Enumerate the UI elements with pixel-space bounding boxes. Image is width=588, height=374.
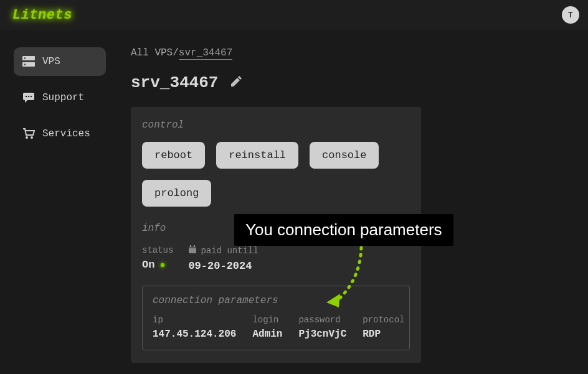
login-value: Admin <box>252 329 282 340</box>
sidebar-item-label: Services <box>42 128 90 139</box>
status-label: status <box>142 245 173 255</box>
brand-logo[interactable]: Litnets <box>12 7 72 23</box>
password-value: Pj3cnVjC <box>298 329 346 340</box>
svg-marker-5 <box>25 100 28 103</box>
protocol-value: RDP <box>363 329 404 340</box>
sidebar-item-label: Support <box>42 92 84 103</box>
paid-until-value: 09-20-2024 <box>188 260 258 272</box>
sidebar-item-vps[interactable]: VPS <box>14 47 106 76</box>
status-value: On <box>142 259 154 271</box>
svg-rect-14 <box>194 245 195 247</box>
svg-point-6 <box>26 96 27 97</box>
reboot-button[interactable]: reboot <box>142 142 205 169</box>
cart-icon <box>22 128 35 139</box>
paid-until-label: paid untill <box>201 246 258 256</box>
reinstall-button[interactable]: reinstall <box>216 142 298 169</box>
topbar: Litnets T <box>0 0 588 30</box>
breadcrumb-sep: / <box>173 47 179 58</box>
sidebar-item-support[interactable]: Support <box>14 83 106 112</box>
svg-point-2 <box>24 57 26 58</box>
sidebar-item-label: VPS <box>42 56 60 67</box>
sidebar: VPS Support Serv <box>0 30 112 369</box>
avatar[interactable]: T <box>562 6 579 24</box>
page-title: srv_34467 <box>131 73 218 92</box>
ip-label: ip <box>153 315 236 325</box>
breadcrumb-root[interactable]: All VPS <box>131 47 173 58</box>
ip-value: 147.45.124.206 <box>153 329 236 340</box>
svg-rect-12 <box>189 246 196 248</box>
calendar-icon <box>188 245 197 256</box>
control-section-label: control <box>142 119 410 131</box>
breadcrumb: All VPS/svr_34467 <box>131 47 569 58</box>
status-dot-icon <box>161 263 164 267</box>
protocol-label: protocol <box>363 315 404 325</box>
main-content: All VPS/svr_34467 srv_34467 control rebo… <box>112 30 588 369</box>
svg-point-3 <box>24 63 26 65</box>
chat-icon <box>22 92 35 103</box>
prolong-button[interactable]: prolong <box>142 180 211 207</box>
svg-point-9 <box>26 136 28 139</box>
svg-point-8 <box>31 96 32 97</box>
svg-marker-15 <box>326 294 340 307</box>
callout-annotation: You connection parameters <box>234 214 453 246</box>
password-label: password <box>298 315 346 325</box>
svg-point-7 <box>28 96 29 97</box>
svg-rect-13 <box>190 245 191 247</box>
breadcrumb-current: svr_34467 <box>179 47 232 60</box>
svg-point-10 <box>31 136 33 139</box>
arrow-annotation-icon <box>318 244 374 312</box>
console-button[interactable]: console <box>310 142 379 169</box>
sidebar-item-services[interactable]: Services <box>14 119 106 148</box>
edit-icon[interactable] <box>229 75 243 91</box>
server-icon <box>22 56 35 67</box>
login-label: login <box>252 315 282 325</box>
